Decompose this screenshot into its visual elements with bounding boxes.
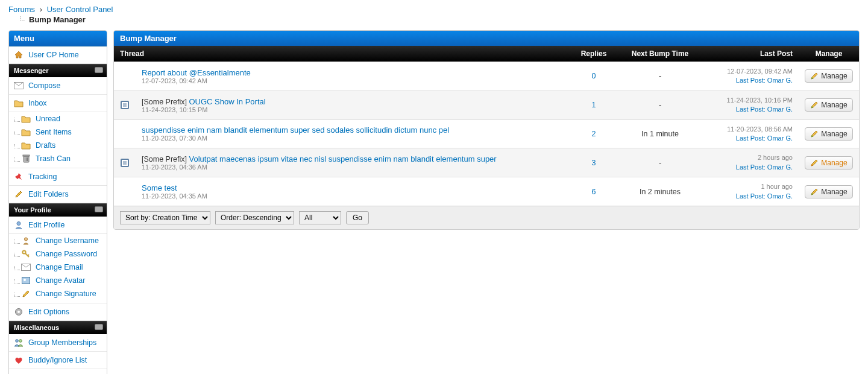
last-post-cell: 12-07-2023, 09:42 AMLast Post: Omar G.	[702, 62, 799, 91]
sidebar-item-label[interactable]: Change Username	[36, 236, 99, 245]
collapse-icon[interactable]	[95, 67, 103, 73]
sidebar-item-label[interactable]: User CP Home	[28, 51, 79, 59]
last-post-cell: 1 hour agoLast Post: Omar G.	[702, 177, 799, 206]
sidebar-item-tracking[interactable]: Tracking	[9, 168, 107, 186]
last-post-link[interactable]: Last Post:	[736, 163, 766, 171]
sidebar-item-buddy-ignore[interactable]: Buddy/Ignore List	[9, 352, 107, 369]
last-post-user[interactable]: Omar G.	[767, 163, 793, 171]
last-post-link[interactable]: Last Post:	[736, 106, 766, 113]
sidebar-item-sent[interactable]: Sent Items	[9, 125, 107, 139]
pencil-icon	[21, 289, 31, 299]
sidebar-item-usercp-home[interactable]: User CP Home	[9, 46, 107, 64]
last-post-user[interactable]: Omar G.	[767, 106, 793, 113]
collapse-icon[interactable]	[95, 324, 103, 330]
sidebar-item-label[interactable]: Edit Options	[28, 308, 69, 316]
sidebar-item-label[interactable]: Edit Folders	[28, 190, 69, 198]
thread-link[interactable]: OUGC Show In Portal	[189, 97, 266, 106]
breadcrumb-root[interactable]: Forums	[8, 5, 35, 14]
user-icon	[21, 236, 31, 246]
collapse-icon[interactable]	[95, 206, 103, 212]
sidebar-item-trash[interactable]: Trash Can	[9, 152, 107, 165]
thread-link[interactable]: Some test	[142, 183, 177, 192]
next-bump-cell: -	[618, 148, 702, 177]
svg-point-6	[17, 222, 20, 226]
thread-time: 11-24-2023, 10:15 PM	[142, 106, 564, 113]
table-row: [Some Prefix] OUGC Show In Portal11-24-2…	[114, 90, 859, 119]
thread-cell: suspendisse enim nam blandit elementum s…	[136, 119, 570, 148]
users-icon	[14, 338, 24, 347]
sidebar-item-edit-folders[interactable]: Edit Folders	[9, 186, 107, 203]
last-post-link[interactable]: Last Post:	[736, 77, 766, 84]
replies-link[interactable]: 0	[592, 72, 596, 80]
sidebar-item-edit-profile[interactable]: Edit Profile	[9, 217, 107, 234]
avatar-icon	[21, 276, 31, 285]
sidebar-item-change-password[interactable]: Change Password	[9, 247, 107, 261]
sidebar-item-compose[interactable]: Compose	[9, 77, 107, 95]
replies-link[interactable]: 6	[592, 188, 596, 196]
envelope-icon	[21, 262, 31, 272]
replies-link[interactable]: 2	[592, 130, 596, 138]
manage-button[interactable]: Manage	[805, 127, 852, 141]
sidebar-item-change-avatar[interactable]: Change Avatar	[9, 274, 107, 287]
sidebar-item-change-username[interactable]: Change Username	[9, 234, 107, 247]
last-post-user[interactable]: Omar G.	[767, 77, 793, 84]
manage-label: Manage	[821, 130, 847, 138]
sidebar-item-label[interactable]: Drafts	[36, 141, 55, 150]
last-post-time: 11-24-2023, 10:16 PM	[708, 96, 793, 105]
sidebar-item-label[interactable]: Change Email	[36, 263, 83, 271]
manage-button[interactable]: Manage	[805, 98, 852, 112]
sidebar-item-label[interactable]: Group Memberships	[28, 338, 96, 347]
manage-button[interactable]: Manage	[805, 185, 852, 198]
svg-point-8	[22, 250, 25, 253]
sidebar-item-label[interactable]: Tracking	[28, 173, 57, 181]
thread-link[interactable]: Report about @Essentialmente	[142, 68, 251, 77]
manage-button[interactable]: Manage	[805, 156, 852, 170]
sidebar-item-group-memberships[interactable]: Group Memberships	[9, 334, 107, 352]
replies-cell: 3	[570, 148, 618, 177]
sidebar-item-label[interactable]: Compose	[28, 81, 61, 90]
sidebar-item-label[interactable]: Trash Can	[36, 154, 71, 163]
sidebar-item-label[interactable]: Edit Profile	[28, 221, 64, 229]
thread-time: 12-07-2023, 09:42 AM	[142, 77, 564, 84]
last-post-link[interactable]: Last Post:	[736, 135, 766, 142]
sidebar-item-change-email[interactable]: Change Email	[9, 261, 107, 274]
thread-cell: Report about @Essentialmente12-07-2023, …	[136, 62, 570, 91]
thread-link[interactable]: suspendisse enim nam blandit elementum s…	[142, 125, 449, 135]
sidebar-item-unread[interactable]: Unread	[9, 112, 107, 125]
last-post-time: 12-07-2023, 09:42 AM	[708, 67, 793, 76]
order-select[interactable]: Order: Descending	[215, 211, 294, 224]
last-post-user[interactable]: Omar G.	[767, 135, 793, 142]
thread-time: 11-20-2023, 07:30 AM	[142, 135, 564, 142]
sidebar-item-change-signature[interactable]: Change Signature	[9, 287, 107, 300]
pin-icon	[14, 172, 24, 182]
breadcrumb-parent[interactable]: User Control Panel	[47, 5, 113, 14]
sidebar-item-drafts[interactable]: Drafts	[9, 139, 107, 152]
sidebar-item-label[interactable]: Change Avatar	[36, 276, 85, 285]
manage-label: Manage	[821, 159, 847, 167]
sidebar-item-label[interactable]: Buddy/Ignore List	[28, 356, 87, 364]
manage-label: Manage	[821, 72, 847, 80]
replies-link[interactable]: 3	[592, 159, 596, 167]
sidebar-item-label[interactable]: Change Signature	[36, 290, 96, 298]
last-post-link[interactable]: Last Post:	[736, 192, 766, 200]
svg-point-7	[24, 238, 27, 241]
go-button[interactable]: Go	[346, 211, 369, 224]
manage-button[interactable]: Manage	[805, 69, 852, 83]
sidebar-item-label[interactable]: Sent Items	[36, 128, 72, 136]
sort-by-select[interactable]: Sort by: Creation Time	[120, 211, 210, 224]
last-post-user[interactable]: Omar G.	[767, 192, 793, 200]
thread-link[interactable]: Volutpat maecenas ipsum vitae nec nisl s…	[189, 154, 497, 163]
last-post-cell: 11-24-2023, 10:16 PMLast Post: Omar G.	[702, 90, 799, 119]
view-select[interactable]: All	[299, 211, 341, 224]
replies-link[interactable]: 1	[592, 101, 596, 109]
svg-point-11	[24, 279, 26, 281]
sidebar-item-label[interactable]: Change Password	[36, 250, 97, 258]
thread-time: 11-20-2023, 04:36 AM	[142, 163, 564, 171]
sidebar-item-label[interactable]: Unread	[36, 115, 60, 123]
sidebar-item-label[interactable]: Inbox	[28, 99, 47, 107]
gear-icon	[14, 307, 24, 317]
sidebar-item-manage-attachments[interactable]: Manage Attachments	[9, 369, 107, 374]
sidebar-section-profile: Your Profile	[9, 203, 107, 217]
sidebar-item-edit-options[interactable]: Edit Options	[9, 303, 107, 321]
sidebar-item-inbox[interactable]: Inbox	[9, 95, 107, 112]
